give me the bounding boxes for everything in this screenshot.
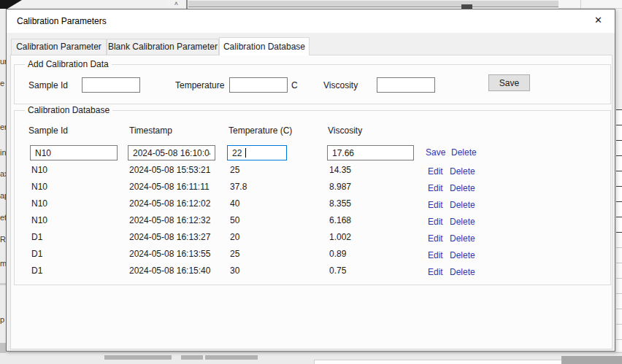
table-row: D1 2024-05-08 16:15:40 30 0.75 Edit Dele…: [15, 263, 610, 279]
add-calibration-data-group: Add Calibration Data Sample Id Temperatu…: [14, 64, 611, 104]
close-button[interactable]: ✕: [582, 9, 615, 31]
tab-calibration-database[interactable]: Calibration Database: [219, 37, 310, 55]
calibration-database-group: Calibration Database Sample Id Timestamp…: [14, 110, 611, 285]
edit-link[interactable]: Edit: [428, 200, 443, 210]
temperature-unit-label: C: [291, 80, 298, 90]
cell-sample-id: N10: [31, 198, 47, 209]
sample-id-label: Sample Id: [28, 80, 68, 90]
background-divider: [0, 283, 6, 285]
background-divider: [580, 0, 581, 9]
delete-link[interactable]: Delete: [450, 217, 475, 227]
edit-link[interactable]: Edit: [428, 233, 443, 244]
edit-link[interactable]: Edit: [428, 267, 443, 277]
group-title: Add Calibration Data: [25, 59, 112, 69]
bg-text-fragment: ur: [0, 57, 6, 66]
table-row: N10 2024-05-08 16:12:32 50 6.168 Edit De…: [15, 212, 610, 229]
edit-temperature-input[interactable]: [227, 145, 287, 160]
save-link[interactable]: Save: [426, 147, 445, 158]
delete-link[interactable]: Delete: [450, 166, 475, 177]
edit-link[interactable]: Edit: [428, 183, 443, 193]
cell-viscosity: 0.89: [329, 249, 346, 259]
bg-text-fragment: etu: [0, 213, 6, 222]
cell-timestamp: 2024-05-08 16:15:40: [129, 266, 210, 276]
table-row: N10 2024-05-08 16:11:11 37.8 8.987 Edit …: [15, 179, 610, 195]
background-left-edge: ur e ( er in ax ap etu Re m p: [0, 9, 6, 364]
cell-temperature: 50: [230, 215, 239, 225]
delete-link[interactable]: Delete: [450, 267, 475, 277]
cell-sample-id: N10: [31, 165, 47, 175]
cell-temperature: 37.8: [230, 182, 247, 192]
scroll-up-icon[interactable]: ˄: [166, 0, 186, 8]
column-header-viscosity: Viscosity: [328, 125, 362, 136]
bg-text-fragment: e (: [0, 79, 6, 88]
cell-viscosity: 0.75: [329, 266, 346, 276]
table-row: D1 2024-05-08 16:13:27 20 1.002 Edit Del…: [15, 229, 610, 246]
cell-temperature: 30: [230, 266, 239, 276]
calibration-database-tabpage: Add Calibration Data Sample Id Temperatu…: [10, 55, 613, 349]
temperature-input[interactable]: [229, 77, 288, 93]
background-table-edge: [616, 233, 622, 351]
cell-temperature: 25: [230, 165, 239, 175]
delete-link[interactable]: Delete: [450, 250, 475, 260]
cell-temperature: 20: [230, 232, 239, 242]
background-block: [181, 355, 203, 360]
cell-viscosity: 14.35: [329, 165, 351, 175]
sample-id-input[interactable]: [82, 77, 140, 93]
delete-link[interactable]: Delete: [450, 233, 475, 244]
edit-sample-id-input[interactable]: [30, 145, 118, 160]
edit-timestamp-input[interactable]: [128, 145, 215, 160]
cell-sample-id: D1: [31, 266, 42, 276]
cell-timestamp: 2024-05-08 16:11:11: [129, 182, 210, 192]
tab-blank-calibration-parameter[interactable]: Blank Calibration Parameter: [107, 39, 219, 55]
temperature-label: Temperature: [175, 80, 224, 90]
edit-link[interactable]: Edit: [428, 166, 443, 177]
background-bottom-edge: [0, 352, 622, 364]
column-header-timestamp: Timestamp: [129, 125, 172, 136]
cell-sample-id: N10: [31, 215, 47, 225]
delete-link[interactable]: Delete: [451, 147, 477, 158]
cell-viscosity: 8.355: [329, 198, 351, 209]
background-separator: [186, 0, 188, 9]
text-caret: [245, 148, 246, 158]
calibration-parameters-dialog: Calibration Parameters ✕ Calibration Par…: [6, 9, 615, 352]
bg-text-fragment: in: [0, 148, 6, 157]
cell-sample-id: N10: [31, 182, 47, 192]
cell-timestamp: 2024-05-08 16:12:02: [129, 198, 210, 209]
bg-text-fragment: Re: [0, 235, 6, 244]
save-button[interactable]: Save: [488, 74, 530, 91]
tab-calibration-parameter[interactable]: Calibration Parameter: [11, 39, 107, 55]
cell-sample-id: D1: [31, 249, 42, 259]
cell-timestamp: 2024-05-08 16:13:27: [129, 232, 210, 242]
cell-temperature: 25: [230, 249, 239, 259]
edit-link[interactable]: Edit: [428, 217, 443, 227]
background-block: [561, 356, 622, 364]
dialog-titlebar[interactable]: Calibration Parameters ✕: [7, 9, 615, 33]
table-row: D1 2024-05-08 16:13:55 25 0.89 Edit Dele…: [15, 246, 610, 263]
bg-text-fragment: er: [0, 123, 6, 131]
bg-text-fragment: m: [0, 259, 6, 268]
background-table-edge: [616, 109, 622, 233]
bg-text-fragment: ap: [0, 191, 6, 200]
bg-text-fragment: ax: [0, 169, 6, 178]
background-panel: [558, 0, 622, 9]
cell-viscosity: 6.168: [329, 215, 351, 225]
table-row: N10 2024-05-08 16:12:02 40 8.355 Edit De…: [15, 195, 610, 212]
delete-link[interactable]: Delete: [450, 200, 475, 210]
viscosity-label: Viscosity: [323, 80, 358, 90]
group-title: Calibration Database: [25, 105, 112, 115]
cell-temperature: 40: [230, 198, 239, 209]
delete-link[interactable]: Delete: [450, 183, 475, 193]
viscosity-input[interactable]: [377, 77, 435, 93]
cell-timestamp: 2024-05-08 15:53:21: [129, 165, 210, 175]
background-block: [205, 355, 258, 360]
background-block: [104, 355, 172, 360]
column-header-temperature: Temperature (C): [229, 125, 292, 136]
edit-link[interactable]: Edit: [428, 250, 443, 260]
bg-text-fragment: p: [0, 315, 6, 324]
cell-sample-id: D1: [31, 232, 42, 242]
cell-viscosity: 1.002: [329, 232, 351, 242]
cell-timestamp: 2024-05-08 16:12:32: [129, 215, 210, 225]
cell-viscosity: 8.987: [329, 182, 351, 192]
edit-viscosity-input[interactable]: [327, 145, 414, 160]
dialog-title: Calibration Parameters: [17, 16, 107, 26]
